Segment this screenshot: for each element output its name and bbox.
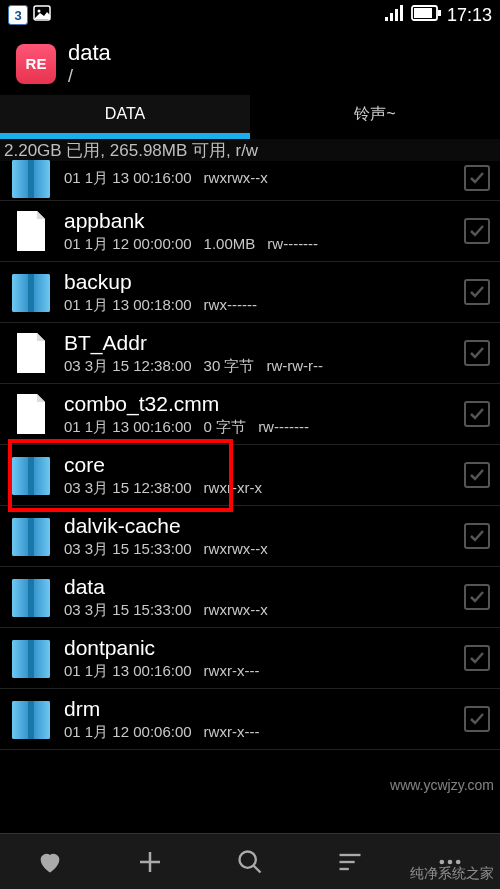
row-body: drm01 1月 12 00:06:00rwxr-x--- (64, 696, 452, 742)
storage-info: 2.20GB 已用, 265.98MB 可用, r/w (0, 139, 500, 161)
list-item[interactable]: dontpanic01 1月 13 00:16:00rwxr-x--- (0, 628, 500, 689)
item-meta: 01 1月 12 00:00:001.00MBrw------- (64, 235, 452, 254)
app-header: RE data / (0, 30, 500, 95)
item-meta: 01 1月 13 00:16:00rwxr-x--- (64, 662, 452, 681)
svg-point-1 (38, 10, 41, 13)
item-name: dalvik-cache (64, 513, 452, 538)
item-meta: 03 3月 15 15:33:00rwxrwx--x (64, 601, 452, 620)
list-item[interactable]: BT_Addr03 3月 15 12:38:0030 字节rw-rw-r-- (0, 323, 500, 384)
item-date: 01 1月 13 00:16:00 (64, 418, 192, 437)
item-date: 01 1月 13 00:16:00 (64, 662, 192, 681)
signal-icon (385, 5, 405, 26)
list-item[interactable]: drm01 1月 12 00:06:00rwxr-x--- (0, 689, 500, 750)
folder-icon (10, 162, 52, 194)
select-checkbox[interactable] (464, 340, 490, 366)
svg-rect-31 (340, 853, 361, 855)
select-checkbox[interactable] (464, 218, 490, 244)
svg-rect-2 (385, 17, 388, 21)
app-icon: RE (16, 44, 56, 84)
status-left: 3 (8, 3, 52, 27)
header-text: data / (68, 40, 111, 87)
item-permissions: rw------- (258, 418, 309, 437)
list-item[interactable]: appbank01 1月 12 00:00:001.00MBrw------- (0, 201, 500, 262)
item-permissions: rwxr-xr-x (204, 479, 262, 498)
file-icon (10, 207, 52, 255)
file-list[interactable]: 01 1月 13 00:16:00rwxrwx--xappbank01 1月 1… (0, 161, 500, 750)
item-meta: 03 3月 15 12:38:0030 字节rw-rw-r-- (64, 357, 452, 376)
item-name: drm (64, 696, 452, 721)
list-item[interactable]: data03 3月 15 15:33:00rwxrwx--x (0, 567, 500, 628)
item-date: 03 3月 15 12:38:00 (64, 357, 192, 376)
item-permissions: rwxr-x--- (204, 662, 260, 681)
item-date: 01 1月 13 00:16:00 (64, 169, 192, 188)
search-button[interactable] (228, 840, 272, 884)
list-item[interactable]: 01 1月 13 00:16:00rwxrwx--x (0, 161, 500, 201)
svg-rect-4 (395, 9, 398, 21)
folder-icon (10, 634, 52, 682)
item-date: 03 3月 15 15:33:00 (64, 540, 192, 559)
row-body: backup01 1月 13 00:18:00rwx------ (64, 269, 452, 315)
file-icon (10, 390, 52, 438)
header-path: / (68, 66, 111, 87)
row-body: core03 3月 15 12:38:00rwxr-xr-x (64, 452, 452, 498)
header-title: data (68, 40, 111, 66)
watermark-text: 纯净系统之家 (410, 865, 494, 883)
item-date: 03 3月 15 12:38:00 (64, 479, 192, 498)
item-date: 01 1月 13 00:18:00 (64, 296, 192, 315)
item-name: combo_t32.cmm (64, 391, 452, 416)
svg-rect-8 (438, 10, 441, 16)
select-checkbox[interactable] (464, 584, 490, 610)
favorite-button[interactable] (28, 840, 72, 884)
svg-rect-33 (340, 867, 349, 869)
sort-button[interactable] (328, 840, 372, 884)
svg-point-36 (456, 859, 461, 864)
watermark-url: www.ycwjzy.com (390, 777, 494, 793)
row-body: dalvik-cache03 3月 15 15:33:00rwxrwx--x (64, 513, 452, 559)
item-meta: 01 1月 13 00:18:00rwx------ (64, 296, 452, 315)
item-meta: 03 3月 15 15:33:00rwxrwx--x (64, 540, 452, 559)
svg-rect-11 (28, 160, 34, 198)
svg-rect-32 (340, 860, 355, 862)
item-name: data (64, 574, 452, 599)
list-item[interactable]: combo_t32.cmm01 1月 13 00:16:000 字节rw----… (0, 384, 500, 445)
item-permissions: rwxrwx--x (204, 540, 268, 559)
select-checkbox[interactable] (464, 279, 490, 305)
folder-icon (10, 451, 52, 499)
item-permissions: rw-rw-r-- (266, 357, 323, 376)
svg-rect-26 (28, 640, 34, 678)
select-checkbox[interactable] (464, 523, 490, 549)
status-right: 17:13 (385, 5, 492, 26)
select-checkbox[interactable] (464, 165, 490, 191)
folder-icon (10, 268, 52, 316)
select-checkbox[interactable] (464, 645, 490, 671)
svg-rect-17 (28, 457, 34, 495)
row-body: dontpanic01 1月 13 00:16:00rwxr-x--- (64, 635, 452, 681)
select-checkbox[interactable] (464, 401, 490, 427)
item-meta: 03 3月 15 12:38:00rwxr-xr-x (64, 479, 452, 498)
tab-ringtones[interactable]: 铃声~ (250, 95, 500, 139)
list-item[interactable]: backup01 1月 13 00:18:00rwx------ (0, 262, 500, 323)
item-permissions: rwxrwx--x (204, 601, 268, 620)
item-name: dontpanic (64, 635, 452, 660)
list-item[interactable]: core03 3月 15 12:38:00rwxr-xr-x (0, 445, 500, 506)
tab-bar: DATA 铃声~ (0, 95, 500, 139)
svg-point-35 (448, 859, 453, 864)
item-size: 1.00MB (204, 235, 256, 254)
tab-data[interactable]: DATA (0, 95, 250, 139)
item-name: backup (64, 269, 452, 294)
list-item[interactable]: dalvik-cache03 3月 15 15:33:00rwxrwx--x (0, 506, 500, 567)
item-date: 01 1月 12 00:06:00 (64, 723, 192, 742)
item-meta: 01 1月 12 00:06:00rwxr-x--- (64, 723, 452, 742)
folder-icon (10, 512, 52, 560)
item-meta: 01 1月 13 00:16:000 字节rw------- (64, 418, 452, 437)
item-permissions: rwx------ (204, 296, 257, 315)
status-bar: 3 17:13 (0, 0, 500, 30)
status-time: 17:13 (447, 5, 492, 26)
select-checkbox[interactable] (464, 462, 490, 488)
svg-point-34 (440, 859, 445, 864)
row-body: 01 1月 13 00:16:00rwxrwx--x (64, 167, 452, 188)
item-meta: 01 1月 13 00:16:00rwxrwx--x (64, 169, 452, 188)
row-body: appbank01 1月 12 00:00:001.00MBrw------- (64, 208, 452, 254)
select-checkbox[interactable] (464, 706, 490, 732)
add-button[interactable] (128, 840, 172, 884)
